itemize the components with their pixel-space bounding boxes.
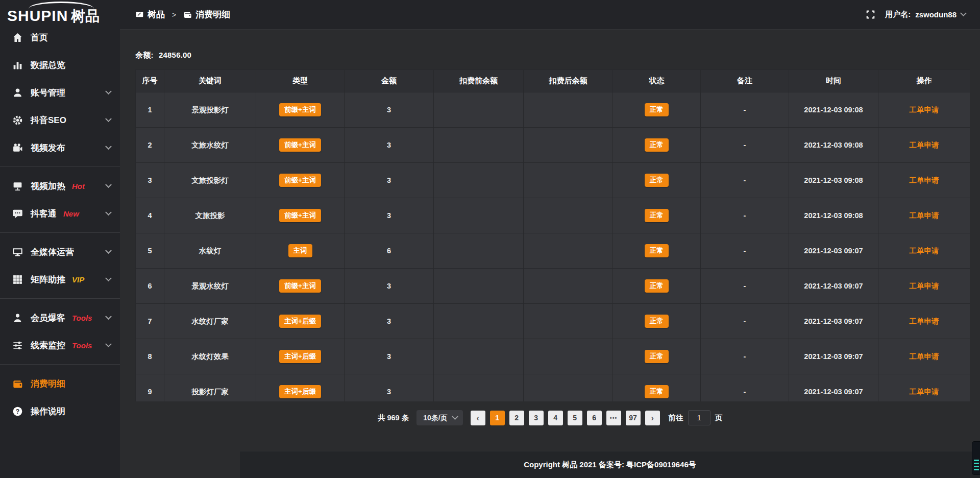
table-body: 1景观投影灯前缀+主词3正常-2021-12-03 09:08工单申请2文旅水纹… [136,92,970,402]
ticket-apply-link[interactable]: 工单申请 [910,388,939,396]
sliders-icon [12,340,23,351]
user-menu[interactable]: 用户名: zswodun88 [885,10,966,19]
sidebar-item-抖音SEO[interactable]: 抖音SEO [0,107,120,133]
type-badge: 前缀+主词 [279,209,321,222]
sidebar-item-视频发布[interactable]: 视频发布 [0,135,120,160]
table-row: 2文旅水纹灯前缀+主词3正常-2021-12-03 09:08工单申请 [136,128,970,163]
ticket-apply-link[interactable]: 工单申请 [910,282,939,290]
prev-page-button[interactable]: ‹ [471,411,485,425]
cell-amount: 3 [345,92,434,128]
page-size-select[interactable]: 10条/页 [416,410,462,425]
grid-icon [12,274,23,285]
ticket-apply-link[interactable]: 工单申请 [910,352,939,361]
ticket-apply-link[interactable]: 工单申请 [910,106,939,114]
type-badge: 前缀+主词 [279,103,321,116]
page-button-5[interactable]: 5 [568,411,582,425]
sidebar-item-数据总览[interactable]: 数据总览 [0,52,120,78]
breadcrumb-separator: > [172,11,176,19]
table-header-row: 序号关键词类型金额扣费前余额扣费后余额状态备注时间操作 [136,70,970,92]
column-header-操作: 操作 [878,70,970,92]
type-badge: 前缀+主词 [279,279,321,293]
column-header-类型: 类型 [256,70,345,92]
page-button-3[interactable]: 3 [529,411,544,425]
goto-page-input[interactable] [688,410,710,425]
table-row: 5水纹灯主词6正常-2021-12-03 09:07工单申请 [136,233,970,269]
cell-keyword: 文旅水纹灯 [164,128,256,163]
sidebar-item-label: 首页 [31,32,48,43]
cell-balance-after [524,304,613,339]
fullscreen-icon[interactable] [866,10,875,19]
page-button-4[interactable]: 4 [548,411,563,425]
table-row: 1景观投影灯前缀+主词3正常-2021-12-03 09:08工单申请 [136,92,970,128]
sidebar-item-首页[interactable]: 首页 [0,25,120,50]
cell-balance-after [524,339,613,374]
cell-type: 前缀+主词 [256,163,345,198]
cell-remark: - [701,233,789,269]
sidebar-item-消费明细[interactable]: 消费明细 [0,371,120,396]
cell-amount: 6 [345,233,434,269]
cell-keyword: 水纹灯厂家 [164,304,256,339]
cell-action: 工单申请 [878,339,970,374]
cell-balance-after [524,92,613,128]
cell-type: 主词+后缀 [256,339,345,374]
sidebar-item-线索监控[interactable]: 线索监控Tools [0,332,120,358]
chevron-down-icon [105,181,112,188]
page-button-6[interactable]: 6 [587,411,602,425]
sidebar-item-账号管理[interactable]: 账号管理 [0,80,120,105]
sidebar-item-tag: VIP [72,275,84,284]
sidebar-item-label: 数据总览 [31,59,65,71]
cell-action: 工单申请 [878,374,970,402]
column-header-关键词: 关键词 [164,70,256,92]
browser-side-widget[interactable] [972,441,980,475]
ticket-apply-link[interactable]: 工单申请 [910,317,939,325]
table-row: 6景观水纹灯前缀+主词3正常-2021-12-03 09:07工单申请 [136,269,970,304]
column-header-状态: 状态 [613,70,701,92]
type-badge: 主词 [288,244,312,257]
chart-icon [12,60,23,70]
ticket-apply-link[interactable]: 工单申请 [910,247,939,255]
cell-keyword: 景观水纹灯 [164,269,256,304]
sidebar-item-视频加热[interactable]: 视频加热Hot [0,173,120,199]
sidebar-item-tag: Tools [72,314,92,322]
ticket-apply-link[interactable]: 工单申请 [910,211,939,220]
cell-keyword: 景观投影灯 [164,92,256,128]
sidebar: SHUPIN 树品 首页数据总览账号管理抖音SEO视频发布视频加热Hot抖客通N… [0,0,120,478]
cell-type: 主词+后缀 [256,374,345,402]
cell-time: 2021-12-03 09:07 [789,269,878,304]
svg-text:?: ? [16,408,19,415]
sidebar-item-全媒体运营[interactable]: 全媒体运营 [0,239,120,265]
ticket-apply-link[interactable]: 工单申请 [910,176,939,184]
cell-type: 主词 [256,233,345,269]
goto-label: 前往 [669,413,683,423]
sidebar-item-tag: Tools [72,341,92,350]
user-label: 用户名: [885,10,911,19]
sidebar-item-操作说明[interactable]: ?操作说明 [0,398,120,424]
sidebar-item-会员爆客[interactable]: 会员爆客Tools [0,305,120,330]
cell-remark: - [701,269,789,304]
next-page-button[interactable]: › [645,411,660,425]
cell-amount: 3 [345,269,434,304]
ticket-apply-link[interactable]: 工单申请 [910,141,939,149]
breadcrumb-item-消费明细[interactable]: 消费明细 [183,9,230,20]
status-badge: 正常 [645,350,669,363]
sidebar-item-label: 矩阵助推 [31,274,65,285]
page-button-1[interactable]: 1 [490,411,505,425]
sidebar-divider [0,298,120,299]
sidebar-item-抖客通[interactable]: 抖客通New [0,201,120,226]
topbar-right: 用户名: zswodun88 [866,10,966,19]
page-button-97[interactable]: 97 [626,411,641,425]
balance: 余额: 24856.00 [135,51,191,60]
help-icon: ? [12,406,23,417]
sidebar-item-矩阵助推[interactable]: 矩阵助推VIP [0,267,120,292]
username: zswodun88 [915,10,957,19]
cell-index: 3 [136,163,164,198]
sidebar-item-label: 抖客通 [31,208,57,220]
breadcrumb-item-树品[interactable]: 树品 [135,9,165,20]
cell-type: 前缀+主词 [256,92,345,128]
wallet-icon [12,378,23,389]
page-button-2[interactable]: 2 [509,411,524,425]
more-pages-button[interactable]: ••• [606,411,621,425]
column-header-序号: 序号 [136,70,164,92]
cell-action: 工单申请 [878,304,970,339]
status-badge: 正常 [645,385,669,398]
